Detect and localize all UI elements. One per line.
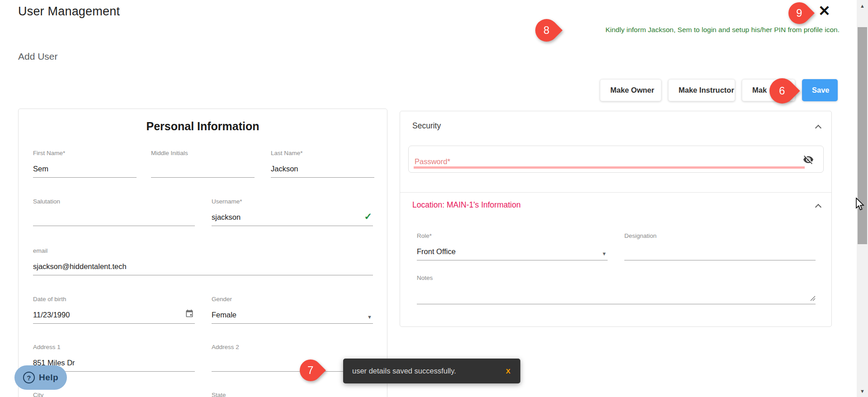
username-input[interactable]: [212, 213, 373, 222]
gender-select[interactable]: [212, 311, 373, 319]
address1-label: Address 1: [33, 344, 195, 351]
personal-information-card: Personal Information First Name* Middle …: [18, 109, 387, 397]
scroll-up-icon[interactable]: ▲: [857, 3, 868, 9]
middle-initials-label: Middle Initials: [151, 150, 255, 157]
salutation-label: Salutation: [33, 198, 195, 205]
role-field: Role* ▼: [417, 232, 608, 260]
last-name-field: Last Name*: [271, 150, 374, 178]
annotation-number: 8: [543, 24, 549, 37]
date-of-birth-label: Date of birth: [33, 296, 195, 303]
annotation-number: 7: [307, 364, 313, 377]
textarea-resize-handle[interactable]: [810, 295, 816, 303]
role-label: Role*: [417, 232, 608, 240]
role-select[interactable]: [417, 247, 608, 256]
toast-notification: user details saved successfully. X: [343, 359, 520, 383]
notes-textarea[interactable]: [417, 291, 816, 300]
email-label: email: [33, 247, 373, 255]
annotation-arrow-9: 9: [788, 2, 810, 24]
notes-field: Notes: [417, 274, 816, 304]
section-divider: [400, 192, 831, 193]
middle-initials-input[interactable]: [151, 165, 255, 173]
user-management-page: User Management ✕ Kindly inform Jackson,…: [0, 0, 868, 397]
city-field: City: [33, 392, 195, 397]
password-box: [408, 146, 824, 173]
password-error-underline: [414, 166, 805, 169]
designation-field: Designation: [624, 232, 816, 260]
middle-initials-field: Middle Initials: [151, 150, 255, 178]
gender-dropdown-icon[interactable]: ▼: [367, 314, 372, 320]
date-of-birth-field: Date of birth: [33, 296, 195, 324]
password-input[interactable]: [415, 157, 799, 166]
last-name-label: Last Name*: [271, 150, 374, 157]
address2-label: Address 2: [212, 344, 373, 351]
city-label: City: [33, 392, 195, 397]
annotation-number: 6: [779, 85, 785, 97]
annotation-arrow-shape: 9: [784, 0, 815, 28]
save-button[interactable]: Save: [802, 79, 838, 101]
annotation-arrow-6: 6: [769, 78, 795, 104]
make-instructor-button[interactable]: Make Instructor: [668, 79, 735, 101]
email-field: email: [33, 247, 373, 275]
toast-close-button[interactable]: X: [506, 367, 510, 375]
calendar-icon[interactable]: [185, 309, 194, 320]
security-collapse-chevron-icon[interactable]: [815, 125, 821, 131]
notes-label: Notes: [417, 274, 816, 282]
question-mark-icon: ?: [23, 372, 35, 383]
gender-label: Gender: [212, 296, 373, 303]
state-field: State: [212, 392, 373, 397]
page-title: User Management: [18, 5, 120, 19]
close-icon[interactable]: ✕: [818, 4, 830, 18]
visibility-off-icon[interactable]: [803, 154, 814, 165]
toast-message: user details saved successfully.: [352, 367, 456, 375]
salutation-input[interactable]: [33, 213, 195, 222]
designation-label: Designation: [624, 232, 816, 240]
mouse-cursor: [855, 198, 865, 213]
pin-setup-notice: Kindly inform Jackson, Sem to login and …: [523, 26, 840, 34]
first-name-field: First Name*: [33, 150, 137, 178]
first-name-input[interactable]: [33, 165, 137, 173]
security-section-title: Security: [412, 121, 441, 131]
page-subtitle: Add User: [18, 51, 58, 62]
username-label: Username*: [212, 198, 373, 205]
annotation-arrow-shape: 6: [764, 73, 800, 109]
action-button-row: Make Owner Make Instructor Mak Save: [600, 79, 838, 101]
role-dropdown-icon[interactable]: ▼: [602, 251, 607, 256]
help-button-label: Help: [39, 373, 58, 383]
date-of-birth-input[interactable]: [33, 311, 195, 319]
email-input[interactable]: [33, 262, 373, 271]
last-name-input[interactable]: [271, 165, 374, 173]
personal-information-title: Personal Information: [19, 120, 387, 133]
designation-input[interactable]: [624, 247, 816, 256]
annotation-arrow-shape: 7: [295, 355, 326, 386]
first-name-label: First Name*: [33, 150, 137, 157]
location-collapse-chevron-icon[interactable]: [815, 204, 821, 210]
username-valid-check-icon: ✓: [364, 211, 372, 222]
salutation-field: Salutation: [33, 198, 195, 226]
annotation-arrow-8: 8: [535, 19, 558, 42]
annotation-number: 9: [796, 7, 802, 19]
state-label: State: [212, 392, 373, 397]
make-owner-button[interactable]: Make Owner: [600, 79, 661, 101]
security-location-card: Security Location: MAIN-1's Information …: [400, 111, 832, 327]
username-field: Username* ✓: [212, 198, 373, 226]
scroll-down-icon[interactable]: ▼: [857, 388, 868, 394]
annotation-arrow-shape: 8: [531, 14, 563, 47]
gender-field: Gender ▼: [212, 296, 373, 324]
annotation-arrow-7: 7: [300, 359, 321, 381]
help-button[interactable]: ? Help: [14, 365, 67, 390]
location-section-title: Location: MAIN-1's Information: [412, 200, 521, 210]
